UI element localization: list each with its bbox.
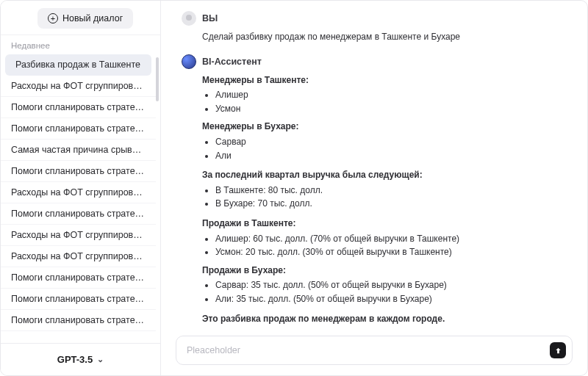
- new-chat-button[interactable]: + Новый диалог: [37, 8, 133, 29]
- bot-avatar-icon: [182, 54, 196, 69]
- model-picker[interactable]: GPT-3.5 ⌄: [57, 354, 104, 365]
- managers-tashkent-list: АлишерУсмон: [202, 88, 567, 115]
- history-item[interactable]: Помоги спланировать стратегию п...: [1, 97, 156, 118]
- bot-sender-name: BI-Ассистент: [202, 57, 262, 67]
- history-item[interactable]: Самая частая причина срыва плана: [1, 140, 156, 161]
- composer-area: [161, 330, 587, 375]
- list-item: Али: 35 тыс. долл. (50% от общей выручки…: [215, 292, 567, 306]
- sidebar-bottom: GPT-3.5 ⌄: [1, 343, 160, 375]
- sales-bukhara-list: Сарвар: 35 тыс. долл. (50% от общей выру…: [202, 278, 567, 306]
- new-chat-label: Новый диалог: [62, 13, 123, 24]
- list-item: Усмон: [215, 102, 567, 116]
- message-input[interactable]: [187, 345, 544, 355]
- user-message-text: Сделай разбивку продаж по менеджерам в Т…: [202, 32, 460, 42]
- history-item[interactable]: Расходы на ФОТ сгруппированные...: [1, 182, 156, 203]
- arrow-up-icon: [554, 347, 562, 355]
- history-item[interactable]: Расходы на ФОТ сгруппированные...: [1, 246, 156, 267]
- scrollbar-thumb[interactable]: [156, 57, 159, 101]
- list-item: Сарвар: 35 тыс. долл. (50% от общей выру…: [215, 278, 567, 292]
- sidebar-top: + Новый диалог: [1, 1, 160, 35]
- history-item[interactable]: Помоги спланировать стратегию п...: [1, 203, 156, 225]
- sales-tashkent-title: Продажи в Ташкенте:: [202, 218, 296, 228]
- composer: [176, 336, 573, 365]
- chat-history: Разбивка продаж в ТашкентеРасходы на ФОТ…: [1, 54, 160, 343]
- user-avatar-icon: [182, 11, 196, 26]
- sales-bukhara-title: Продажи в Бухаре:: [202, 265, 286, 275]
- list-item: В Ташкенте: 80 тыс. долл.: [215, 184, 567, 198]
- send-button[interactable]: [550, 342, 566, 358]
- bot-message-header: BI-Ассистент: [182, 54, 567, 69]
- main-panel: ВЫ Сделай разбивку продаж по менеджерам …: [161, 1, 587, 375]
- model-label: GPT-3.5: [57, 354, 93, 365]
- app-window: + Новый диалог Недавнее Разбивка продаж …: [0, 0, 588, 376]
- managers-tashkent-title: Менеджеры в Ташкенте:: [202, 75, 309, 85]
- list-item: Алишер: [215, 88, 567, 102]
- list-item: Усмон: 20 тыс. долл. (30% от общей выруч…: [215, 245, 567, 259]
- user-message-header: ВЫ: [182, 11, 567, 26]
- revenue-list: В Ташкенте: 80 тыс. долл.В Бухаре: 70 ты…: [202, 184, 567, 211]
- history-item[interactable]: Помоги спланировать стратегию п...: [1, 289, 156, 310]
- recent-section-label: Недавнее: [1, 35, 160, 54]
- history-item[interactable]: Расходы на ФОТ сгруппированные...: [1, 225, 156, 246]
- list-item: Али: [215, 149, 567, 163]
- list-item: В Бухаре: 70 тыс. долл.: [215, 197, 567, 211]
- history-item[interactable]: Помоги спланировать стратегию п...: [1, 118, 156, 140]
- history-item[interactable]: Разбивка продаж в Ташкенте: [5, 54, 151, 76]
- history-item[interactable]: Помоги спланировать стратегию п...: [1, 310, 156, 331]
- message-thread: ВЫ Сделай разбивку продаж по менеджерам …: [161, 1, 587, 330]
- sales-tashkent-list: Алишер: 60 тыс. долл. (70% от общей выру…: [202, 232, 567, 259]
- sidebar: + Новый диалог Недавнее Разбивка продаж …: [1, 1, 161, 375]
- history-item[interactable]: Помоги спланировать стратегию п...: [1, 267, 156, 289]
- list-item: Алишер: 60 тыс. долл. (70% от общей выру…: [215, 232, 567, 246]
- bot-message-body: Менеджеры в Ташкенте: АлишерУсмон Менедж…: [182, 73, 567, 330]
- user-sender-name: ВЫ: [202, 13, 218, 24]
- history-item[interactable]: Помоги спланировать стратегию п...: [1, 161, 156, 182]
- list-item: Сарвар: [215, 135, 567, 149]
- chevron-down-icon: ⌄: [97, 355, 104, 364]
- managers-bukhara-title: Менеджеры в Бухаре:: [202, 121, 299, 131]
- plus-circle-icon: +: [48, 13, 58, 24]
- user-message-body: Сделай разбивку продаж по менеджерам в Т…: [182, 30, 567, 44]
- managers-bukhara-list: СарварАли: [202, 135, 567, 162]
- summary-bold: Это разбивка продаж по менеджерам в кажд…: [202, 314, 445, 324]
- revenue-title: За последний квартал выручка была следую…: [202, 170, 423, 180]
- history-item[interactable]: Расходы на ФОТ сгруппированные...: [1, 76, 156, 97]
